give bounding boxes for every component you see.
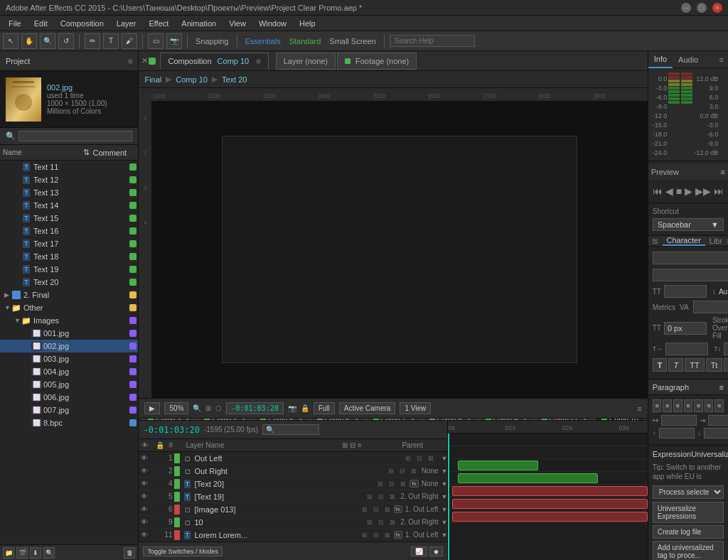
switch-btn[interactable]: ⊟ bbox=[414, 453, 424, 463]
style-smallcaps[interactable]: Tt bbox=[706, 358, 723, 372]
tree-item-Text-15[interactable]: TText 15 bbox=[0, 212, 138, 225]
layer-row-2[interactable]: 👁2◻Out Right⊞⊟⊠None▼ bbox=[139, 465, 447, 478]
search-input[interactable] bbox=[390, 35, 475, 47]
menu-animation[interactable]: Animation bbox=[176, 18, 222, 29]
eu-log-btn[interactable]: Create log file bbox=[653, 525, 724, 539]
track-bar[interactable] bbox=[458, 461, 537, 470]
switch-btn[interactable]: ⊞ bbox=[365, 517, 375, 527]
tool-pen[interactable]: ✏ bbox=[85, 33, 100, 49]
layer-lock-9[interactable] bbox=[150, 516, 160, 529]
tool-shape[interactable]: ▭ bbox=[148, 33, 164, 49]
tree-item-001jpg[interactable]: ⬜001.jpg bbox=[0, 327, 138, 340]
views-select[interactable]: 1 View bbox=[400, 402, 431, 414]
tree-item-004jpg[interactable]: ⬜004.jpg bbox=[0, 365, 138, 378]
playhead[interactable] bbox=[448, 434, 449, 560]
menu-effect[interactable]: Effect bbox=[143, 18, 174, 29]
switch-btn[interactable]: ⊠ bbox=[409, 466, 419, 476]
layer-row-5[interactable]: 👁5T[Text 19]⊞⊟⊠2. Out Right▼ bbox=[139, 490, 447, 503]
tree-item-003jpg[interactable]: ⬜003.jpg bbox=[0, 352, 138, 365]
tree-item-005jpg[interactable]: ⬜005.jpg bbox=[0, 378, 138, 391]
tool-brush[interactable]: 🖌 bbox=[122, 33, 137, 49]
tool-selection[interactable]: ↖ bbox=[3, 33, 18, 49]
layer-lock-5[interactable] bbox=[150, 490, 160, 503]
preview-menu[interactable]: ≡ bbox=[721, 168, 725, 176]
switch-btn[interactable]: ⊟ bbox=[376, 517, 386, 527]
prev-stop-btn[interactable]: ■ bbox=[676, 185, 682, 197]
tab-audio[interactable]: Audio bbox=[673, 51, 704, 68]
tree-item-Text-20[interactable]: TText 20 bbox=[0, 276, 138, 289]
tree-item-Text-18[interactable]: TText 18 bbox=[0, 250, 138, 263]
tree-item-002jpg[interactable]: ⬜002.jpg bbox=[0, 340, 138, 352]
col-name[interactable]: Name bbox=[3, 149, 80, 156]
tree-item-Other[interactable]: ▼📁Other bbox=[0, 301, 138, 314]
eu-tag-btn[interactable]: Add universalized tag to proce... bbox=[653, 541, 724, 560]
effects-label[interactable]: ts bbox=[648, 237, 663, 245]
import-btn[interactable]: ⬇ bbox=[30, 547, 41, 559]
switch-btn[interactable]: ⊞ bbox=[360, 530, 370, 540]
layer-vis-4[interactable]: 👁 bbox=[139, 478, 150, 490]
indent-right-input[interactable]: 0 px bbox=[708, 415, 728, 426]
project-menu-icon[interactable]: ≡ bbox=[128, 57, 132, 65]
switch-btn[interactable]: ⊟ bbox=[376, 492, 386, 502]
viewer-more-btn[interactable]: ≡ bbox=[637, 404, 641, 413]
project-search-input[interactable] bbox=[18, 131, 132, 141]
playback-btn[interactable]: ▶ bbox=[144, 402, 160, 414]
prev-back-btn[interactable]: ◀ bbox=[665, 185, 673, 197]
layer-vis-6[interactable]: 👁 bbox=[139, 503, 150, 516]
switch-btn[interactable]: ⊞ bbox=[386, 466, 396, 476]
shortcut-arrow[interactable]: ▼ bbox=[711, 220, 719, 229]
parent-dropdown[interactable]: ▼ bbox=[441, 519, 448, 526]
layer-lock-1[interactable] bbox=[150, 452, 160, 465]
tool-text[interactable]: T bbox=[103, 33, 119, 49]
composition-tab[interactable]: Composition Comp 10 ≡ bbox=[160, 53, 268, 70]
zoom-select[interactable]: 50% bbox=[164, 402, 188, 414]
font-size-input[interactable]: 58 px bbox=[664, 285, 707, 298]
search-proj-btn[interactable]: 🔍 bbox=[43, 547, 55, 559]
style-super[interactable]: T⁺ bbox=[724, 358, 728, 372]
parent-dropdown[interactable]: ▼ bbox=[441, 532, 448, 539]
justify-right-btn[interactable]: ≡ bbox=[705, 399, 714, 412]
sort-icon[interactable]: ⇅ bbox=[83, 148, 90, 157]
prev-fwd-btn[interactable]: ▶▶ bbox=[695, 185, 711, 197]
switch-btn[interactable]: ⊟ bbox=[371, 505, 381, 515]
style-caps[interactable]: TT bbox=[685, 358, 704, 372]
comp-menu-icon[interactable]: ≡ bbox=[256, 57, 260, 65]
para-menu[interactable]: ≡ bbox=[719, 383, 724, 392]
justify-left-btn[interactable]: ≡ bbox=[684, 399, 693, 412]
tree-item-Images[interactable]: ▼📁Images bbox=[0, 314, 138, 327]
menu-file[interactable]: File bbox=[3, 18, 27, 29]
align-center-btn[interactable]: ≡ bbox=[663, 399, 672, 412]
layer-vis-2[interactable]: 👁 bbox=[139, 465, 150, 478]
track-bar[interactable] bbox=[452, 486, 648, 496]
menu-help[interactable]: Help bbox=[294, 18, 321, 29]
tl-timecode[interactable]: -0:01:03:20 bbox=[143, 425, 199, 435]
switch-btn[interactable]: ⊞ bbox=[375, 479, 385, 489]
font-name-input[interactable]: Bebas Neue bbox=[653, 252, 728, 264]
tool-rotate[interactable]: ↺ bbox=[58, 33, 74, 49]
character-tab[interactable]: Character bbox=[663, 236, 705, 246]
layer-lock-2[interactable] bbox=[150, 465, 160, 478]
graph-editor-btn[interactable]: 📈 bbox=[411, 546, 427, 556]
switch-btn[interactable]: ⊠ bbox=[382, 530, 392, 540]
new-comp-btn[interactable]: 🎬 bbox=[16, 547, 28, 559]
layer-lock-11[interactable] bbox=[150, 529, 160, 542]
parent-dropdown[interactable]: ▼ bbox=[441, 493, 448, 500]
h-scale-input[interactable]: 108 % bbox=[665, 343, 708, 355]
switch-btn[interactable]: ⊞ bbox=[403, 453, 413, 463]
align-right-btn[interactable]: ≡ bbox=[673, 399, 682, 412]
tree-item-006jpg[interactable]: ⬜006.jpg bbox=[0, 391, 138, 404]
switch-btn[interactable]: ⊞ bbox=[365, 492, 375, 502]
prev-play-btn[interactable]: ▶ bbox=[685, 185, 692, 197]
tree-item-Text-17[interactable]: TText 17 bbox=[0, 237, 138, 250]
switch-btn[interactable]: ⊠ bbox=[426, 453, 436, 463]
space-after-input[interactable]: 0 px bbox=[704, 428, 728, 438]
footage-tab[interactable]: Footage (none) bbox=[337, 53, 417, 70]
tree-item-Text-14[interactable]: TText 14 bbox=[0, 199, 138, 212]
minimize-button[interactable]: ─ bbox=[681, 3, 691, 13]
delete-btn[interactable]: 🗑 bbox=[124, 547, 135, 559]
tree-item-Text-16[interactable]: TText 16 bbox=[0, 225, 138, 237]
nav-comp10[interactable]: Comp 10 bbox=[176, 75, 208, 84]
tl-search-input[interactable] bbox=[262, 424, 319, 435]
fit-btn[interactable]: ⊞ bbox=[205, 404, 211, 412]
menu-composition[interactable]: Composition bbox=[55, 18, 109, 29]
